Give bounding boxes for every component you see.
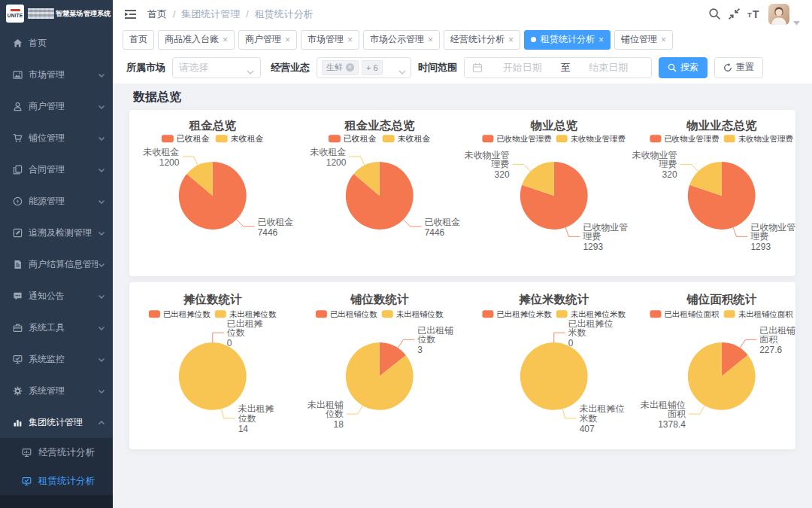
legend-label[interactable]: 已出租摊位米数 <box>496 310 552 318</box>
slice-label-name: 面积 <box>667 409 686 419</box>
pie-chart-svg[interactable]: 租金业态总览已收租金未收租金已收租金7446未收租金1200 <box>296 110 463 273</box>
tab-1[interactable]: 商品准入台账× <box>158 30 235 50</box>
sidebar-item-label: 商户结算信息管理 <box>29 258 98 271</box>
chevron-down-icon <box>98 71 105 79</box>
sidebar-subitem-1[interactable]: 租赁统计分析 <box>0 467 113 495</box>
legend-label[interactable]: 未出租铺位面积 <box>738 310 793 318</box>
legend-label[interactable]: 已收物业管理费 <box>664 135 719 143</box>
search-button[interactable]: 搜索 <box>659 57 707 78</box>
tab-close-icon[interactable]: × <box>428 35 433 44</box>
app-title: 智慧菜场管理系统 <box>56 9 111 19</box>
legend-label[interactable]: 未收租金 <box>397 134 430 143</box>
tab-6[interactable]: 租赁统计分析× <box>524 30 611 50</box>
font-size-icon[interactable]: TT <box>747 8 760 20</box>
legend-label[interactable]: 已收物业管理费 <box>496 135 551 143</box>
date-range-input[interactable]: 开始日期 至 结束日期 <box>464 57 652 78</box>
legend-swatch[interactable] <box>381 310 392 318</box>
slice-label-value: 18 <box>333 419 344 430</box>
legend-label[interactable]: 已出租铺位面积 <box>664 310 720 318</box>
sidebar-subitem-0[interactable]: 经营统计分析 <box>0 438 113 467</box>
legend-label[interactable]: 已出租铺位数 <box>329 310 377 318</box>
legend-swatch[interactable] <box>556 310 568 318</box>
label-leader-line <box>213 333 224 342</box>
legend-swatch[interactable] <box>650 135 661 142</box>
logo-text: UNITE <box>8 13 23 18</box>
label-leader-line <box>398 339 414 348</box>
tag-close-icon[interactable]: × <box>346 63 354 71</box>
legend-label[interactable]: 未出租铺位数 <box>395 310 443 318</box>
search-icon[interactable] <box>708 8 721 20</box>
pie-chart-svg[interactable]: 物业总览已收物业管理费未收物业管理费已收物业管理费1293未收物业管理费320 <box>462 110 629 273</box>
sidebar-item-10[interactable]: 系统监控 <box>0 343 113 375</box>
pie-chart-svg[interactable]: 铺位数统计已出租铺位数未出租铺位数已出租铺位数3未出租铺位数18 <box>296 282 463 446</box>
sidebar-item-1[interactable]: 市场管理 <box>0 59 113 90</box>
market-select[interactable]: 请选择 <box>172 57 261 78</box>
legend-swatch[interactable] <box>382 135 394 142</box>
legend-label[interactable]: 已收租金 <box>343 134 376 143</box>
legend-label[interactable]: 未收物业管理费 <box>571 135 626 143</box>
business-select[interactable]: 生鲜× + 6 <box>317 57 411 78</box>
pie-chart-svg[interactable]: 铺位面积统计已出租铺位面积未出租铺位面积已出租铺位面积227.6未出租铺位面积1… <box>629 282 796 446</box>
sidebar-item-9[interactable]: 系统工具 <box>0 312 113 343</box>
legend-label[interactable]: 未出租摊位数 <box>229 310 277 318</box>
sidebar-item-3[interactable]: 铺位管理 <box>0 122 113 154</box>
legend-label[interactable]: 未收租金 <box>231 134 264 143</box>
legend-swatch[interactable] <box>315 310 326 318</box>
reset-button[interactable]: 重置 <box>714 57 763 78</box>
pie-chart-svg[interactable]: 物业业态总览已收物业管理费未收物业管理费已收物业管理费1293未收物业管理费32… <box>629 110 796 273</box>
business-tag[interactable]: 生鲜× <box>322 60 359 75</box>
legend-swatch[interactable] <box>216 135 228 142</box>
tab-close-icon[interactable]: × <box>223 35 228 44</box>
calendar-icon <box>472 62 483 73</box>
sidebar-item-0[interactable]: 首页 <box>0 27 113 59</box>
legend-swatch[interactable] <box>215 310 226 318</box>
sidebar-item-6[interactable]: 追溯及检测管理 <box>0 217 113 248</box>
avatar[interactable] <box>768 4 789 25</box>
tab-2[interactable]: 商户管理× <box>238 30 297 50</box>
legend-swatch[interactable] <box>482 310 493 318</box>
start-date-input[interactable]: 开始日期 <box>487 61 558 75</box>
sidebar-item-7[interactable]: 商户结算信息管理 <box>0 248 113 280</box>
sidebar-item-4[interactable]: 合同管理 <box>0 154 113 185</box>
legend-swatch[interactable] <box>149 310 160 318</box>
legend-swatch[interactable] <box>482 135 493 142</box>
tab-close-icon[interactable]: × <box>508 35 514 44</box>
caret-down-icon[interactable] <box>793 15 800 20</box>
tab-3[interactable]: 市场管理× <box>301 30 359 50</box>
pie-chart-svg[interactable]: 摊位数统计已出租摊位数未出租摊位数已出租摊位数0未出租摊位数14 <box>129 282 296 446</box>
tab-4[interactable]: 市场公示管理× <box>363 30 440 50</box>
legend-label[interactable]: 未收物业管理费 <box>738 135 792 143</box>
booth-icon <box>13 133 23 143</box>
breadcrumb-item-0[interactable]: 首页 <box>147 8 167 21</box>
legend-swatch[interactable] <box>556 135 568 142</box>
tab-0[interactable]: 首页 <box>123 30 154 50</box>
chevron-down-icon <box>98 166 105 174</box>
tab-7[interactable]: 铺位管理× <box>614 30 673 50</box>
tab-close-icon[interactable]: × <box>285 35 290 44</box>
tab-5[interactable]: 经营统计分析× <box>444 30 520 50</box>
tab-close-icon[interactable]: × <box>347 35 353 44</box>
sidebar-item-12[interactable]: 集团统计管理 <box>0 406 113 438</box>
legend-swatch[interactable] <box>162 135 174 142</box>
pie-slice[interactable] <box>520 342 588 410</box>
legend-label[interactable]: 已出租摊位数 <box>163 310 211 318</box>
pie-chart-svg[interactable]: 摊位米数统计已出租摊位米数未出租摊位米数已出租摊位米数0未出租摊位米数407 <box>462 282 629 446</box>
pie-chart-svg[interactable]: 租金总览已收租金未收租金已收租金7446未收租金1200 <box>129 110 296 273</box>
sidebar-item-11[interactable]: 系统管理 <box>0 375 113 406</box>
legend-swatch[interactable] <box>723 135 735 142</box>
legend-label[interactable]: 未出租摊位米数 <box>571 310 626 318</box>
legend-swatch[interactable] <box>650 310 661 318</box>
tab-close-icon[interactable]: × <box>598 35 604 44</box>
legend-label[interactable]: 已收租金 <box>177 134 210 143</box>
tab-close-icon[interactable]: × <box>661 35 666 44</box>
legend-swatch[interactable] <box>328 135 340 142</box>
sidebar-item-5[interactable]: 能源管理 <box>0 185 113 217</box>
sidebar-item-8[interactable]: 通知公告 <box>0 280 113 312</box>
logo-red-bar <box>11 9 20 11</box>
screen-compress-icon[interactable] <box>728 8 741 20</box>
end-date-input[interactable]: 结束日期 <box>574 61 644 75</box>
menu-fold-icon[interactable] <box>124 8 137 20</box>
sidebar-item-2[interactable]: 商户管理 <box>0 90 113 122</box>
legend-swatch[interactable] <box>723 310 735 318</box>
pie-slice[interactable] <box>179 342 247 410</box>
